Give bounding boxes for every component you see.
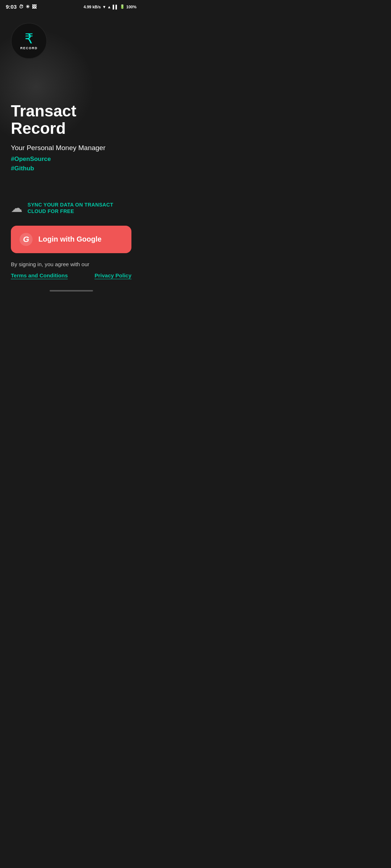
logo-section: ₹ RECORD: [0, 12, 142, 59]
battery-icon: 🔋: [120, 4, 125, 9]
status-right: 4.99 kB/s ▼ ▲ ▌▌ 🔋 100%: [84, 4, 136, 9]
terms-links: Terms and Conditions Privacy Policy: [11, 272, 131, 279]
clock-icon: ⏱: [19, 4, 24, 9]
status-bar: 9:03 ⏱ ✳ 🖼 4.99 kB/s ▼ ▲ ▌▌ 🔋 100%: [0, 0, 142, 12]
home-indicator: [0, 279, 142, 295]
home-bar: [50, 290, 93, 292]
app-subtitle: Your Personal Money Manager: [11, 144, 131, 152]
tag-opensource[interactable]: #OpenSource: [11, 156, 131, 163]
privacy-policy-link[interactable]: Privacy Policy: [94, 272, 131, 279]
status-left: 9:03 ⏱ ✳ 🖼: [6, 4, 37, 10]
status-time: 9:03: [6, 4, 17, 10]
app-title: Transact Record: [11, 102, 131, 137]
rupee-icon: ₹: [25, 32, 33, 46]
signal-icon: ▌▌: [113, 5, 118, 9]
terms-conditions-link[interactable]: Terms and Conditions: [11, 272, 68, 279]
battery-percent: 100%: [126, 5, 136, 9]
google-letter: G: [23, 235, 29, 244]
wifi-icon: ▼ ▲: [102, 5, 111, 9]
login-button-label: Login with Google: [38, 235, 101, 243]
tag-github[interactable]: #Github: [11, 165, 131, 172]
terms-section: By signing in, you agree with our Terms …: [0, 253, 142, 279]
main-content: Transact Record Your Personal Money Mana…: [0, 59, 142, 172]
app-logo: ₹ RECORD: [11, 23, 47, 59]
fan-icon: ✳: [26, 4, 30, 9]
sync-section: ☁ SYNC YOUR DATA ON TRANSACT CLOUD FOR F…: [0, 172, 142, 215]
cloud-icon: ☁: [11, 201, 22, 215]
terms-intro: By signing in, you agree with our: [11, 261, 131, 267]
logo-label: RECORD: [20, 46, 38, 50]
google-logo: G: [20, 233, 33, 246]
image-icon: 🖼: [32, 4, 37, 9]
login-section: G Login with Google: [0, 215, 142, 253]
login-google-button[interactable]: G Login with Google: [11, 226, 131, 253]
sync-text: SYNC YOUR DATA ON TRANSACT CLOUD FOR FRE…: [28, 201, 131, 214]
network-speed: 4.99 kB/s: [84, 5, 101, 9]
